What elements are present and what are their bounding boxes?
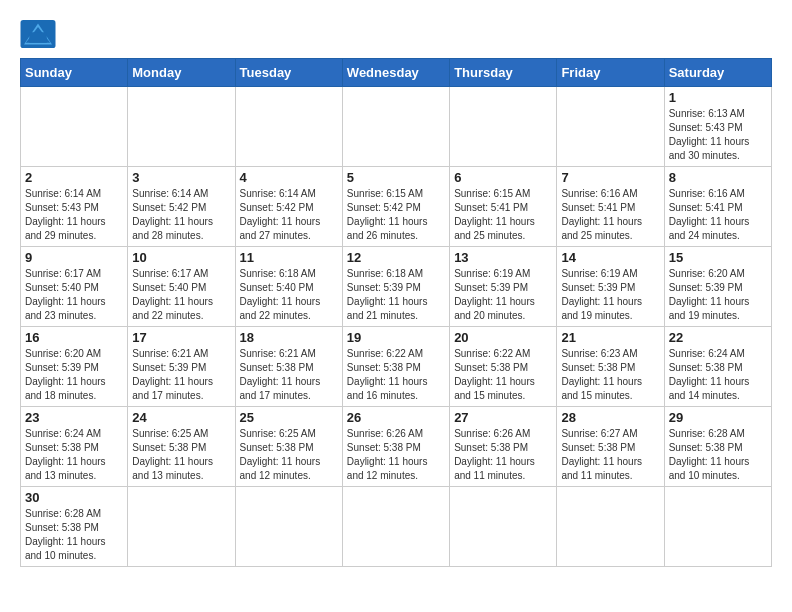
day-info: Sunrise: 6:25 AM Sunset: 5:38 PM Dayligh… [240, 427, 338, 483]
day-info: Sunrise: 6:19 AM Sunset: 5:39 PM Dayligh… [454, 267, 552, 323]
day-number: 9 [25, 250, 123, 265]
calendar-cell: 20Sunrise: 6:22 AM Sunset: 5:38 PM Dayli… [450, 327, 557, 407]
day-number: 16 [25, 330, 123, 345]
day-info: Sunrise: 6:21 AM Sunset: 5:39 PM Dayligh… [132, 347, 230, 403]
calendar-cell: 18Sunrise: 6:21 AM Sunset: 5:38 PM Dayli… [235, 327, 342, 407]
day-number: 26 [347, 410, 445, 425]
day-info: Sunrise: 6:18 AM Sunset: 5:39 PM Dayligh… [347, 267, 445, 323]
calendar-cell: 21Sunrise: 6:23 AM Sunset: 5:38 PM Dayli… [557, 327, 664, 407]
calendar-cell: 28Sunrise: 6:27 AM Sunset: 5:38 PM Dayli… [557, 407, 664, 487]
day-info: Sunrise: 6:14 AM Sunset: 5:42 PM Dayligh… [240, 187, 338, 243]
svg-rect-3 [29, 32, 47, 43]
header [20, 20, 772, 48]
day-number: 3 [132, 170, 230, 185]
day-number: 27 [454, 410, 552, 425]
day-number: 14 [561, 250, 659, 265]
day-info: Sunrise: 6:28 AM Sunset: 5:38 PM Dayligh… [669, 427, 767, 483]
day-info: Sunrise: 6:18 AM Sunset: 5:40 PM Dayligh… [240, 267, 338, 323]
day-number: 20 [454, 330, 552, 345]
calendar-cell: 14Sunrise: 6:19 AM Sunset: 5:39 PM Dayli… [557, 247, 664, 327]
calendar-cell [128, 487, 235, 567]
weekday-header-monday: Monday [128, 59, 235, 87]
weekday-header-thursday: Thursday [450, 59, 557, 87]
day-info: Sunrise: 6:22 AM Sunset: 5:38 PM Dayligh… [454, 347, 552, 403]
day-number: 10 [132, 250, 230, 265]
calendar-cell: 7Sunrise: 6:16 AM Sunset: 5:41 PM Daylig… [557, 167, 664, 247]
calendar-cell [21, 87, 128, 167]
calendar-cell: 25Sunrise: 6:25 AM Sunset: 5:38 PM Dayli… [235, 407, 342, 487]
calendar-cell: 22Sunrise: 6:24 AM Sunset: 5:38 PM Dayli… [664, 327, 771, 407]
day-number: 7 [561, 170, 659, 185]
day-info: Sunrise: 6:26 AM Sunset: 5:38 PM Dayligh… [454, 427, 552, 483]
calendar-cell: 16Sunrise: 6:20 AM Sunset: 5:39 PM Dayli… [21, 327, 128, 407]
weekday-header-tuesday: Tuesday [235, 59, 342, 87]
weekday-header-friday: Friday [557, 59, 664, 87]
day-number: 30 [25, 490, 123, 505]
calendar-cell [235, 487, 342, 567]
calendar-week-row: 30Sunrise: 6:28 AM Sunset: 5:38 PM Dayli… [21, 487, 772, 567]
calendar-cell: 10Sunrise: 6:17 AM Sunset: 5:40 PM Dayli… [128, 247, 235, 327]
calendar-cell: 17Sunrise: 6:21 AM Sunset: 5:39 PM Dayli… [128, 327, 235, 407]
day-number: 5 [347, 170, 445, 185]
calendar-cell: 13Sunrise: 6:19 AM Sunset: 5:39 PM Dayli… [450, 247, 557, 327]
calendar-cell [664, 487, 771, 567]
calendar-cell [557, 87, 664, 167]
calendar-week-row: 9Sunrise: 6:17 AM Sunset: 5:40 PM Daylig… [21, 247, 772, 327]
day-info: Sunrise: 6:22 AM Sunset: 5:38 PM Dayligh… [347, 347, 445, 403]
day-info: Sunrise: 6:13 AM Sunset: 5:43 PM Dayligh… [669, 107, 767, 163]
calendar-cell: 23Sunrise: 6:24 AM Sunset: 5:38 PM Dayli… [21, 407, 128, 487]
day-info: Sunrise: 6:24 AM Sunset: 5:38 PM Dayligh… [25, 427, 123, 483]
day-info: Sunrise: 6:26 AM Sunset: 5:38 PM Dayligh… [347, 427, 445, 483]
logo-icon [20, 20, 56, 48]
calendar-cell [450, 87, 557, 167]
day-info: Sunrise: 6:27 AM Sunset: 5:38 PM Dayligh… [561, 427, 659, 483]
calendar-cell: 8Sunrise: 6:16 AM Sunset: 5:41 PM Daylig… [664, 167, 771, 247]
calendar-cell [342, 87, 449, 167]
day-number: 21 [561, 330, 659, 345]
calendar-cell: 3Sunrise: 6:14 AM Sunset: 5:42 PM Daylig… [128, 167, 235, 247]
day-number: 8 [669, 170, 767, 185]
day-number: 22 [669, 330, 767, 345]
weekday-header-saturday: Saturday [664, 59, 771, 87]
day-number: 15 [669, 250, 767, 265]
day-info: Sunrise: 6:16 AM Sunset: 5:41 PM Dayligh… [669, 187, 767, 243]
calendar-cell: 2Sunrise: 6:14 AM Sunset: 5:43 PM Daylig… [21, 167, 128, 247]
calendar-cell: 29Sunrise: 6:28 AM Sunset: 5:38 PM Dayli… [664, 407, 771, 487]
day-number: 28 [561, 410, 659, 425]
calendar-cell: 30Sunrise: 6:28 AM Sunset: 5:38 PM Dayli… [21, 487, 128, 567]
weekday-header-row: SundayMondayTuesdayWednesdayThursdayFrid… [21, 59, 772, 87]
day-info: Sunrise: 6:17 AM Sunset: 5:40 PM Dayligh… [132, 267, 230, 323]
calendar-cell: 26Sunrise: 6:26 AM Sunset: 5:38 PM Dayli… [342, 407, 449, 487]
calendar-week-row: 1Sunrise: 6:13 AM Sunset: 5:43 PM Daylig… [21, 87, 772, 167]
day-info: Sunrise: 6:14 AM Sunset: 5:43 PM Dayligh… [25, 187, 123, 243]
calendar-cell: 5Sunrise: 6:15 AM Sunset: 5:42 PM Daylig… [342, 167, 449, 247]
calendar-cell [128, 87, 235, 167]
day-info: Sunrise: 6:17 AM Sunset: 5:40 PM Dayligh… [25, 267, 123, 323]
day-info: Sunrise: 6:19 AM Sunset: 5:39 PM Dayligh… [561, 267, 659, 323]
day-number: 18 [240, 330, 338, 345]
day-info: Sunrise: 6:23 AM Sunset: 5:38 PM Dayligh… [561, 347, 659, 403]
day-number: 13 [454, 250, 552, 265]
day-number: 2 [25, 170, 123, 185]
day-info: Sunrise: 6:21 AM Sunset: 5:38 PM Dayligh… [240, 347, 338, 403]
calendar-cell [450, 487, 557, 567]
day-info: Sunrise: 6:14 AM Sunset: 5:42 PM Dayligh… [132, 187, 230, 243]
day-info: Sunrise: 6:20 AM Sunset: 5:39 PM Dayligh… [25, 347, 123, 403]
calendar-cell: 9Sunrise: 6:17 AM Sunset: 5:40 PM Daylig… [21, 247, 128, 327]
calendar-cell: 24Sunrise: 6:25 AM Sunset: 5:38 PM Dayli… [128, 407, 235, 487]
calendar-cell: 6Sunrise: 6:15 AM Sunset: 5:41 PM Daylig… [450, 167, 557, 247]
calendar-cell: 19Sunrise: 6:22 AM Sunset: 5:38 PM Dayli… [342, 327, 449, 407]
calendar-cell [342, 487, 449, 567]
day-info: Sunrise: 6:20 AM Sunset: 5:39 PM Dayligh… [669, 267, 767, 323]
calendar-cell: 15Sunrise: 6:20 AM Sunset: 5:39 PM Dayli… [664, 247, 771, 327]
day-number: 6 [454, 170, 552, 185]
day-info: Sunrise: 6:28 AM Sunset: 5:38 PM Dayligh… [25, 507, 123, 563]
calendar-cell: 12Sunrise: 6:18 AM Sunset: 5:39 PM Dayli… [342, 247, 449, 327]
calendar-cell: 4Sunrise: 6:14 AM Sunset: 5:42 PM Daylig… [235, 167, 342, 247]
calendar-table: SundayMondayTuesdayWednesdayThursdayFrid… [20, 58, 772, 567]
day-info: Sunrise: 6:24 AM Sunset: 5:38 PM Dayligh… [669, 347, 767, 403]
calendar-cell [235, 87, 342, 167]
day-number: 23 [25, 410, 123, 425]
day-number: 25 [240, 410, 338, 425]
calendar-cell: 27Sunrise: 6:26 AM Sunset: 5:38 PM Dayli… [450, 407, 557, 487]
